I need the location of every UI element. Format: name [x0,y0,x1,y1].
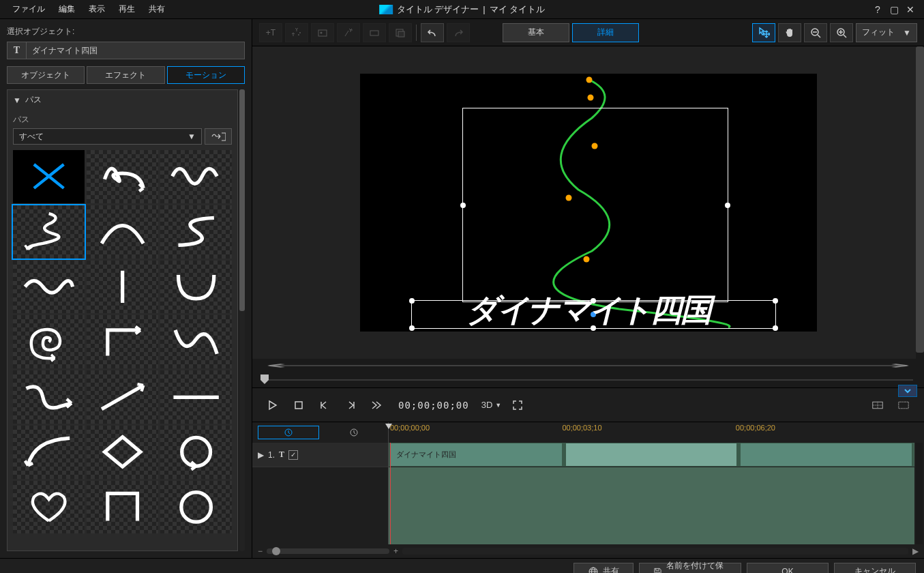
path-point[interactable] [587,95,593,101]
tab-motion[interactable]: モーション [167,66,245,84]
next-frame-button[interactable] [341,396,360,415]
path-section: ▼ パス パス すべて ▼ [7,89,238,551]
checkbox-icon[interactable]: ✓ [288,450,298,460]
path-none[interactable] [13,150,85,203]
path-subsection-label: パス [8,110,237,128]
timecode-display[interactable]: 00;00;00;00 [393,400,475,411]
clip-segment-1[interactable]: ダイナマイト四国 [389,443,564,467]
path-v-curve[interactable] [160,315,232,368]
path-vertical[interactable] [87,261,158,314]
zoom-out-icon[interactable]: − [258,546,263,556]
3d-toggle[interactable]: 3D ▼ [481,396,502,415]
stop-button[interactable] [289,396,308,415]
zoom-in-icon[interactable]: + [393,546,398,556]
add-text-button[interactable]: +T [259,23,282,42]
clip-segment-3[interactable] [739,443,914,467]
keyframe-mode-tab[interactable] [258,426,319,439]
clip-segment-2[interactable] [564,443,739,467]
timeline-v-scrollbar[interactable] [916,443,923,544]
pan-tool-button[interactable] [778,23,801,42]
path-s-wave[interactable] [13,370,85,424]
path-s-curve[interactable] [160,205,232,259]
menu-share[interactable]: 共有 [142,1,172,18]
grid-button[interactable] [894,396,913,415]
track-1-header[interactable]: ▶ 1. T ✓ [252,443,388,467]
toolbar: +T 基本 詳細 フィット ▼ [252,19,924,46]
zoom-fit-select[interactable]: フィット ▼ [856,23,917,42]
playhead-line[interactable] [390,443,391,544]
horizontal-scrollbar[interactable] [252,359,924,372]
path-wave2[interactable] [13,261,85,314]
zoom-out-button[interactable] [804,23,827,42]
path-filter-select[interactable]: すべて ▼ [13,128,202,145]
share-button[interactable]: 共有 [573,563,634,574]
path-arc2[interactable] [13,426,85,479]
outer-bounds[interactable] [462,108,728,302]
path-wave[interactable] [160,150,232,203]
path-loop[interactable] [87,150,158,203]
expand-icon[interactable]: ▶ [258,450,264,460]
save-as-button[interactable]: 名前を付けて保存 [639,563,741,574]
path-diagonal[interactable] [87,370,158,424]
path-angle[interactable] [87,315,158,368]
add-image-button[interactable] [311,23,334,42]
maximize-icon[interactable]: ▢ [886,3,902,16]
menu-file[interactable]: ファイル [5,1,52,18]
help-icon[interactable]: ? [869,3,886,16]
fullscreen-button[interactable] [508,396,527,415]
add-effect-button[interactable] [337,23,360,42]
clock-icon[interactable] [350,428,358,437]
track-content[interactable]: ダイナマイト四国 [389,443,914,544]
add-bg-button[interactable] [389,23,412,42]
tab-detail[interactable]: 詳細 [572,23,639,42]
cancel-button[interactable]: キャンセル [834,563,916,574]
seek-slider[interactable] [252,372,924,387]
path-spiral[interactable] [13,315,85,368]
preview-canvas[interactable]: ダイナマイト四国 [360,74,817,332]
path-circle[interactable] [160,481,232,534]
save-icon [653,567,662,574]
menu-edit[interactable]: 編集 [52,1,82,18]
path-horizontal[interactable] [160,370,232,424]
menu-play[interactable]: 再生 [112,1,142,18]
undo-button[interactable] [421,23,444,42]
scroll-right-icon[interactable]: ▶ [912,546,919,556]
zoom-in-button[interactable] [830,23,853,42]
svg-point-0 [182,438,211,467]
svg-point-5 [321,31,323,33]
selected-object-field[interactable]: T ダイナマイト四国 [7,42,245,59]
preview-title-text[interactable]: ダイナマイト四国 [466,289,711,332]
path-section-header[interactable]: ▼ パス [8,90,237,110]
tab-basic[interactable]: 基本 [503,23,569,42]
tab-effect[interactable]: エフェクト [87,66,164,84]
play-button[interactable] [263,396,282,415]
path-point[interactable] [586,77,592,83]
ok-button[interactable]: OK [747,563,829,574]
tab-object[interactable]: オブジェクト [7,66,85,84]
collapse-panel-button[interactable] [898,385,917,397]
path-circle-ccw[interactable] [160,426,232,479]
path-u-curve[interactable] [160,261,232,314]
add-shape-button[interactable] [363,23,386,42]
move-tool-button[interactable] [752,23,775,42]
redo-button[interactable] [447,23,470,42]
path-diamond[interactable] [87,426,158,479]
path-zigzag-spiral[interactable] [13,205,85,259]
time-ruler[interactable]: 00;00;00;00 00;00;03;10 00;00;06;20 [389,422,914,443]
close-icon[interactable]: ✕ [902,3,919,16]
svg-rect-6 [370,31,378,35]
fast-forward-button[interactable] [367,396,386,415]
prev-frame-button[interactable] [315,396,334,415]
left-panel-scrollbar[interactable] [239,89,245,551]
timeline-h-scrollbar[interactable] [402,548,908,555]
path-heart[interactable] [13,481,85,534]
menu-view[interactable]: 表示 [82,1,112,18]
path-arc[interactable] [87,205,158,259]
add-particle-button[interactable] [285,23,308,42]
path-step[interactable] [87,481,158,534]
preview-scrollbar[interactable] [916,46,924,359]
import-path-button[interactable] [205,128,232,145]
safe-zone-button[interactable] [868,396,887,415]
timeline-zoom-slider[interactable] [267,548,389,554]
seek-handle-icon[interactable] [260,374,269,384]
